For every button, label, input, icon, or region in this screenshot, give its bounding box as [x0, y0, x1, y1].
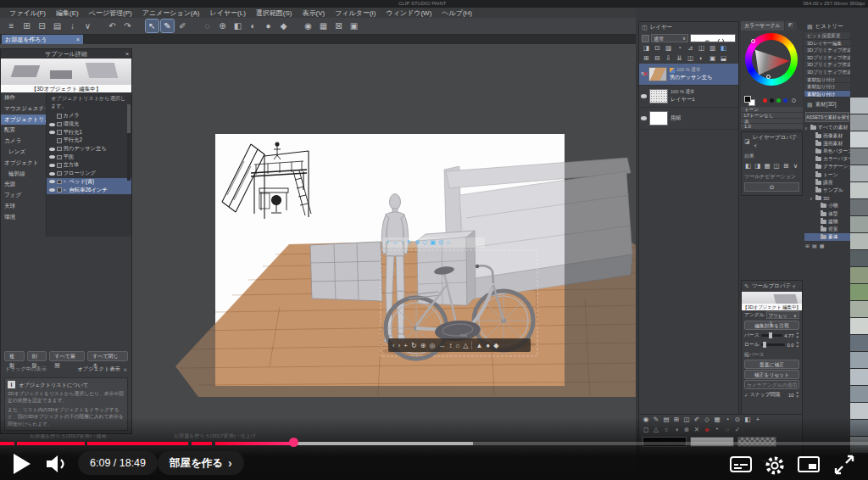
operate-tool-icon[interactable]: ↖ [146, 20, 159, 32]
eye-icon[interactable] [49, 180, 55, 183]
material-thumbnail[interactable] [850, 301, 868, 318]
eye-icon[interactable] [49, 123, 55, 126]
grid-cube[interactable] [310, 242, 382, 301]
pen-tool-icon[interactable]: ✎ [161, 20, 174, 32]
category-environment[interactable]: 環境 [1, 212, 46, 223]
object-row-bed[interactable]: > ベッド(青) [47, 178, 131, 187]
stepper-icon[interactable]: ▲▼ [796, 341, 799, 349]
material-thumbnail[interactable] [850, 216, 868, 233]
tree-folder[interactable]: 画像素材 [804, 132, 850, 140]
tree-folder-3d[interactable]: ∨3D [804, 194, 850, 202]
two-pane-icon[interactable]: ▥ [708, 44, 717, 53]
category-lens[interactable]: レンズ [1, 147, 46, 158]
undo-icon[interactable]: ↶ [106, 20, 119, 32]
new-canvas-icon[interactable]: ⊞ [20, 20, 33, 32]
material-thumbnail[interactable] [850, 165, 868, 182]
tree-folder[interactable]: 建物 [804, 218, 850, 226]
history-item[interactable]: 3Dプリミティブ作成 [804, 61, 850, 69]
checkbox[interactable] [57, 138, 62, 143]
new-layer-icon[interactable]: ⊞ [642, 54, 651, 63]
menu-filter[interactable]: フィルター(I) [331, 8, 380, 18]
camera-rotate-icon[interactable]: ↻ [411, 342, 417, 349]
object-list-scrollbar[interactable] [127, 104, 131, 181]
history-color-blue[interactable] [783, 98, 787, 103]
menu-layer[interactable]: レイヤー(L) [205, 8, 249, 18]
new-material-icon[interactable]: ▤ [812, 243, 817, 248]
category-fog[interactable]: フォグ [1, 190, 46, 201]
ground-icon[interactable]: ⌂ [447, 237, 451, 248]
fill-tool-icon[interactable]: ◧ [231, 20, 244, 32]
camera-fit-icon[interactable]: △ [463, 342, 468, 349]
collapse-all-button[interactable]: すべて閉じる [87, 351, 128, 361]
tool-navigation-button[interactable]: ⊙ [744, 182, 799, 192]
open-file-icon[interactable]: ⊟ [36, 20, 48, 32]
foreground-color-swatch[interactable] [744, 96, 751, 103]
checkbox[interactable] [57, 147, 62, 152]
eye-icon[interactable] [49, 155, 55, 159]
target-icon[interactable]: ◎ [438, 237, 444, 248]
drag-display-value[interactable]: オブジェクト表示 [77, 366, 120, 373]
mask-icon[interactable]: ◔ [675, 44, 684, 53]
object-row-flooring[interactable]: フローリング [47, 170, 131, 178]
material-thumbnail[interactable] [850, 148, 868, 165]
eye-icon[interactable] [49, 139, 55, 142]
add-color-icon[interactable] [792, 98, 796, 103]
layer-row-1[interactable]: 100 % 通常 レイヤー1 [639, 86, 738, 108]
object-row-directional-light-1[interactable]: 平行光1 [47, 128, 131, 137]
chevron-down-icon[interactable]: ∨ [124, 366, 127, 372]
trash-icon[interactable]: ⬓ [719, 54, 728, 63]
checkbox[interactable] [57, 187, 62, 193]
camera-pan-h-icon[interactable]: ↔ [438, 342, 445, 349]
prev-angle-icon[interactable]: ‹ [392, 342, 395, 349]
move-horizontal-icon[interactable]: ↔ [392, 237, 398, 248]
category-sky[interactable]: 天球 [1, 201, 46, 212]
perspective-value[interactable]: 4.77 [784, 333, 793, 338]
history-item[interactable]: 3Dプリミティブ作成 [804, 69, 850, 76]
object-row-mannequin[interactable]: 男のデッサン立ち [47, 145, 131, 153]
eye-icon[interactable] [49, 164, 55, 167]
transfer-icon[interactable]: ⇩ [664, 54, 673, 63]
material-thumbnail[interactable] [850, 267, 868, 284]
object-select-icon[interactable]: ◆ [493, 342, 498, 349]
mask-add-icon[interactable]: ◐ [697, 54, 706, 63]
lock-alpha-icon[interactable]: ▨ [664, 44, 673, 53]
material-thumbnail[interactable] [850, 199, 868, 216]
main-menu-icon[interactable]: ≡ [5, 20, 18, 32]
reset-correction-button[interactable]: 補正をリセット [744, 370, 799, 379]
tree-folder[interactable]: トーン [804, 170, 850, 178]
object-row-cube[interactable]: 立方体 [47, 161, 131, 170]
color-wheel[interactable] [741, 31, 803, 95]
volume-button[interactable] [44, 453, 70, 475]
expand-all-button[interactable]: すべて展開 [49, 351, 85, 361]
material-thumbnail[interactable] [850, 114, 868, 131]
lasso-tool-icon[interactable]: ◌ [201, 20, 214, 32]
extract-line-icon[interactable]: ⊞ [782, 162, 790, 170]
opacity-slider[interactable] [690, 34, 736, 42]
material-thumbnail[interactable] [850, 131, 868, 148]
material-thumbnail[interactable] [850, 352, 868, 369]
tree-folder[interactable]: 小物 [804, 202, 850, 209]
pencil-tool-icon[interactable]: ✐ [176, 20, 189, 32]
object-row-plane[interactable]: 平面 [47, 153, 131, 161]
material-thumbnail[interactable] [850, 98, 868, 114]
history-item[interactable]: 素材貼り付け [804, 76, 850, 84]
tree-folder[interactable]: 体型 [804, 209, 850, 217]
category-object[interactable]: オブジェクト [1, 158, 46, 169]
decoration-tool-icon[interactable]: ◆ [277, 20, 290, 32]
camera-home-icon[interactable]: ⌂ [455, 342, 459, 349]
tree-folder[interactable]: サンプル [804, 187, 850, 194]
material-thumbnail[interactable] [850, 250, 868, 267]
hue-marker[interactable] [751, 39, 755, 43]
close-tab-icon[interactable]: × [76, 36, 80, 42]
tree-folder[interactable]: グラデーション [804, 163, 850, 170]
save-icon[interactable]: ▤ [51, 20, 64, 32]
sv-marker[interactable] [766, 75, 771, 79]
material-thumbnail[interactable] [850, 284, 868, 301]
play-button[interactable] [14, 454, 31, 474]
tab-color-other-icon[interactable]: ◩ [785, 21, 797, 31]
eyedropper-tool-icon[interactable]: ◉ [302, 20, 314, 32]
menu-selection[interactable]: 選択範囲(S) [252, 8, 297, 18]
tree-folder[interactable]: カラーパターン [804, 155, 850, 163]
new-folder-icon[interactable]: ⊟ [653, 54, 662, 63]
list-row[interactable]: LTトーンなし [741, 113, 803, 119]
